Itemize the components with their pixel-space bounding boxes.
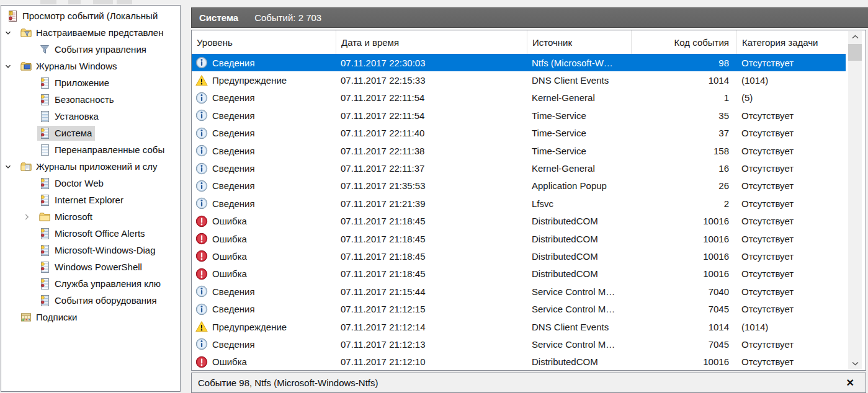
column-header[interactable]: Код события [631, 30, 736, 54]
folder-filter-icon [20, 27, 32, 39]
event-viewer-icon [6, 10, 19, 22]
table-row[interactable]: Предупреждение07.11.2017 21:12:14DNS Cli… [192, 318, 846, 335]
tree-item[interactable]: Перенаправленные собы [1, 141, 180, 158]
source-cell: Lfsvc [527, 198, 631, 209]
chevron-down-icon[interactable] [4, 27, 19, 38]
level-cell: Сведения [192, 338, 336, 350]
info-icon [195, 144, 208, 157]
expander-spacer [22, 178, 37, 189]
log-icon [38, 194, 51, 206]
info-icon [195, 303, 208, 316]
tree-item[interactable]: Microsoft-Windows-Diag [1, 242, 180, 258]
table-row[interactable]: Ошибка07.11.2017 21:18:45DistributedCOM1… [192, 265, 846, 283]
expander-spacer [22, 228, 37, 239]
tree-item[interactable]: Настраиваемые представлен [1, 24, 180, 41]
tree-item[interactable]: Журналы Windows [1, 58, 180, 74]
task-category-cell: Отсутствует [736, 163, 846, 174]
level-label: Сведения [212, 304, 255, 314]
table-row[interactable]: Сведения07.11.2017 22:11:38Time-Service1… [192, 142, 846, 159]
table-row[interactable]: Ошибка07.11.2017 21:12:10DistributedCOM1… [192, 353, 846, 371]
console-tree-panel: Просмотр событий (ЛокальныйНастраиваемые… [1, 5, 181, 392]
datetime-cell: 07.11.2017 21:18:45 [336, 234, 527, 244]
chevron-down-icon[interactable] [848, 358, 862, 369]
tree-item[interactable]: События управления [1, 41, 180, 58]
tree-item[interactable]: Просмотр событий (Локальный [1, 7, 180, 24]
log-icon [38, 278, 51, 290]
source-cell: Time-Service [527, 146, 631, 156]
tree-item[interactable]: Microsoft Office Alerts [1, 225, 180, 242]
level-cell: Сведения [192, 197, 336, 210]
tree-item[interactable]: Служба управления клю [1, 275, 180, 292]
table-row[interactable]: Предупреждение07.11.2017 22:15:33DNS Cli… [192, 71, 846, 89]
close-icon[interactable]: ✕ [846, 377, 854, 389]
table-row[interactable]: Сведения07.11.2017 21:35:53Application P… [192, 177, 846, 195]
info-icon [195, 56, 208, 69]
table-row[interactable]: Ошибка07.11.2017 21:18:45DistributedCOM1… [192, 247, 846, 265]
task-category-cell: Отсутствует [736, 180, 846, 191]
source-cell: DistributedCOM [527, 216, 631, 226]
table-row[interactable]: Сведения07.11.2017 22:11:40Time-Service3… [192, 125, 846, 142]
source-cell: DistributedCOM [527, 356, 631, 367]
source-cell: Time-Service [527, 128, 631, 138]
table-row[interactable]: Сведения07.11.2017 21:21:39Lfsvc2Отсутст… [192, 195, 846, 212]
chevron-down-icon[interactable] [4, 161, 19, 172]
folder-page-icon [20, 161, 32, 173]
chevron-up-icon[interactable] [848, 31, 862, 43]
event-code-cell: 26 [631, 180, 736, 191]
task-category-cell: Отсутствует [736, 198, 846, 209]
expander-spacer [22, 295, 37, 306]
chevron-down-icon[interactable] [4, 61, 19, 72]
log-plain-icon [38, 110, 51, 123]
folder-computer-icon [20, 60, 32, 73]
chevron-right-icon[interactable] [22, 211, 37, 223]
expander-spacer [22, 128, 37, 139]
table-row[interactable]: Сведения07.11.2017 21:12:15Service Contr… [192, 300, 846, 317]
table-row[interactable]: Сведения07.11.2017 22:11:54Kernel-Genera… [192, 89, 846, 107]
task-category-cell: Отсутствует [736, 146, 846, 156]
info-icon [195, 109, 208, 121]
level-label: Сведения [212, 198, 255, 209]
column-header[interactable]: Категория задачи [736, 30, 846, 54]
level-cell: Ошибка [192, 268, 336, 280]
table-row[interactable]: Сведения07.11.2017 21:12:13Service Contr… [192, 335, 846, 353]
event-code-cell: 158 [631, 146, 736, 156]
tree-item[interactable]: Microsoft [1, 208, 180, 225]
table-row[interactable]: Ошибка07.11.2017 21:18:45DistributedCOM1… [192, 213, 846, 230]
error-icon [195, 356, 208, 368]
event-code-cell: 10016 [631, 216, 736, 226]
table-row[interactable]: Ошибка07.11.2017 21:18:45DistributedCOM1… [192, 230, 846, 247]
datetime-cell: 07.11.2017 22:11:38 [336, 146, 527, 156]
info-icon [195, 92, 208, 104]
expander-spacer [4, 312, 19, 323]
tree-item[interactable]: Internet Explorer [1, 192, 180, 208]
tree-item[interactable]: Windows PowerShell [1, 258, 180, 275]
tree-item-label: Подписки [36, 312, 78, 322]
tree-item[interactable]: События оборудования [1, 292, 180, 309]
tree-item[interactable]: Подписки [1, 309, 180, 325]
tree-item[interactable]: Безопасность [1, 91, 180, 108]
table-row[interactable]: Сведения07.11.2017 22:11:54Time-Service3… [192, 107, 846, 124]
table-row[interactable]: Сведения07.11.2017 22:11:37Kernel-Genera… [192, 159, 846, 177]
log-plain-icon [38, 144, 51, 156]
tree-item[interactable]: Журналы приложений и слу [1, 158, 180, 175]
datetime-cell: 07.11.2017 21:18:45 [336, 268, 527, 279]
tree-item[interactable]: Установка [1, 108, 180, 125]
table-row[interactable]: Сведения07.11.2017 21:15:44Service Contr… [192, 283, 846, 300]
level-cell: Предупреждение [192, 320, 336, 333]
tree-item[interactable]: Приложение [1, 74, 180, 91]
datetime-cell: 07.11.2017 22:11:54 [336, 110, 527, 121]
tree-item[interactable]: Система [1, 125, 180, 141]
table-row[interactable]: Сведения07.11.2017 22:30:03Ntfs (Microso… [192, 54, 846, 71]
log-icon [38, 77, 51, 89]
column-header[interactable]: Дата и время [336, 30, 527, 54]
scrollbar[interactable] [848, 31, 862, 369]
tree-item[interactable]: Doctor Web [1, 175, 180, 192]
level-cell: Предупреждение [192, 74, 336, 87]
log-icon [38, 261, 51, 273]
column-header[interactable]: Источник [527, 30, 631, 54]
column-headers: УровеньДата и времяИсточникКод событияКа… [192, 30, 846, 54]
datetime-cell: 07.11.2017 21:18:45 [336, 251, 527, 262]
column-header[interactable]: Уровень [192, 30, 336, 54]
expander-spacer [22, 94, 37, 105]
scrollbar-thumb[interactable] [848, 44, 862, 61]
